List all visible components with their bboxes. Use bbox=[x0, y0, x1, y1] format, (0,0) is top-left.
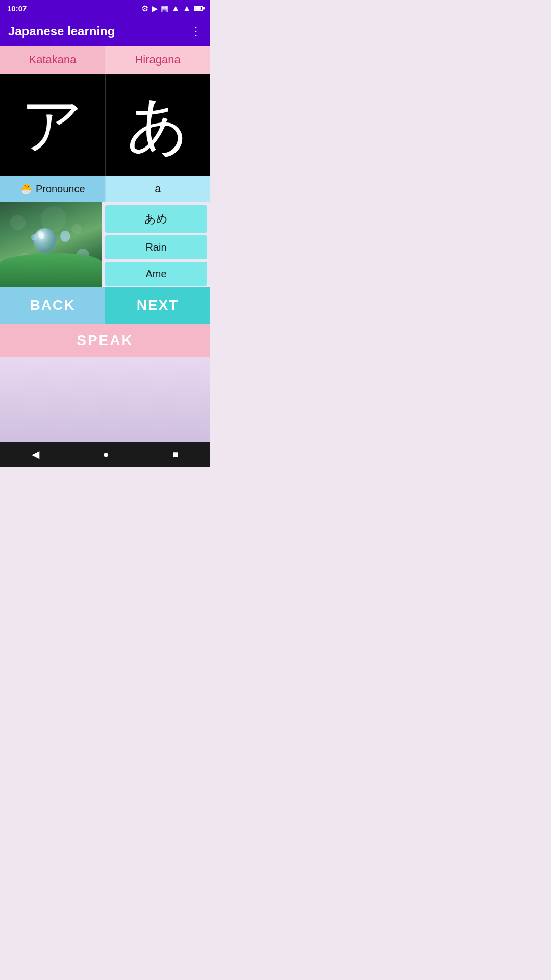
sim-icon: ▦ bbox=[161, 4, 168, 13]
wifi-icon: ▲ bbox=[171, 4, 180, 13]
leaf-surface bbox=[0, 253, 102, 287]
next-button[interactable]: NEXT bbox=[105, 287, 210, 324]
pronounce-label: Pronounce bbox=[36, 183, 85, 195]
battery-icon bbox=[194, 6, 203, 11]
svg-point-2 bbox=[60, 231, 70, 242]
nav-row: BACK NEXT bbox=[0, 287, 210, 324]
bottom-filler bbox=[0, 357, 210, 442]
bokeh-3 bbox=[71, 224, 82, 234]
android-recents-button[interactable]: ■ bbox=[162, 445, 189, 464]
word-japanese-card: あめ bbox=[105, 205, 207, 233]
word-info-area: あめ Rain Ame bbox=[102, 202, 210, 287]
water-drop-small bbox=[59, 228, 72, 244]
back-button[interactable]: BACK bbox=[0, 287, 105, 324]
word-japanese: あめ bbox=[144, 211, 168, 227]
word-romanized-card: Ame bbox=[105, 262, 207, 286]
tab-katakana[interactable]: Katakana bbox=[0, 46, 105, 74]
water-drop-tiny bbox=[31, 233, 38, 243]
speak-button[interactable]: SPEAK bbox=[0, 324, 210, 357]
hiragana-char-box: あ bbox=[105, 74, 210, 176]
status-bar: 10:07 ⚙ ▶ ▦ ▲ ▲ bbox=[0, 0, 210, 16]
android-back-button[interactable]: ◀ bbox=[21, 444, 49, 464]
romanization-label: a bbox=[106, 176, 211, 202]
word-english: Rain bbox=[145, 241, 166, 253]
play-icon: ▶ bbox=[152, 4, 158, 13]
pronounce-button[interactable]: 🐣 Pronounce bbox=[0, 176, 106, 202]
info-row: 🐣 Pronounce a bbox=[0, 176, 210, 202]
word-english-card: Rain bbox=[105, 235, 207, 259]
settings-icon: ⚙ bbox=[141, 4, 148, 13]
status-icons: ⚙ ▶ ▦ ▲ ▲ bbox=[141, 4, 203, 13]
katakana-character: ア bbox=[21, 94, 84, 155]
katakana-char-box: ア bbox=[0, 74, 105, 176]
menu-button[interactable]: ⋮ bbox=[190, 25, 202, 37]
pronounce-icon: 🐣 bbox=[20, 183, 33, 195]
bokeh-1 bbox=[10, 215, 26, 230]
tab-row: Katakana Hiragana bbox=[0, 46, 210, 74]
signal-icon: ▲ bbox=[183, 4, 191, 13]
hiragana-character: あ bbox=[127, 94, 189, 155]
status-time: 10:07 bbox=[7, 4, 27, 13]
app-title: Japanese learning bbox=[8, 24, 115, 38]
tab-hiragana[interactable]: Hiragana bbox=[105, 46, 210, 74]
word-romanized: Ame bbox=[145, 268, 166, 280]
word-image bbox=[0, 202, 102, 287]
character-row: ア あ bbox=[0, 74, 210, 176]
app-bar: Japanese learning ⋮ bbox=[0, 16, 210, 46]
android-home-button[interactable]: ● bbox=[92, 445, 119, 464]
android-nav-bar: ◀ ● ■ bbox=[0, 442, 210, 467]
svg-point-3 bbox=[31, 234, 37, 240]
content-row: あめ Rain Ame bbox=[0, 202, 210, 287]
